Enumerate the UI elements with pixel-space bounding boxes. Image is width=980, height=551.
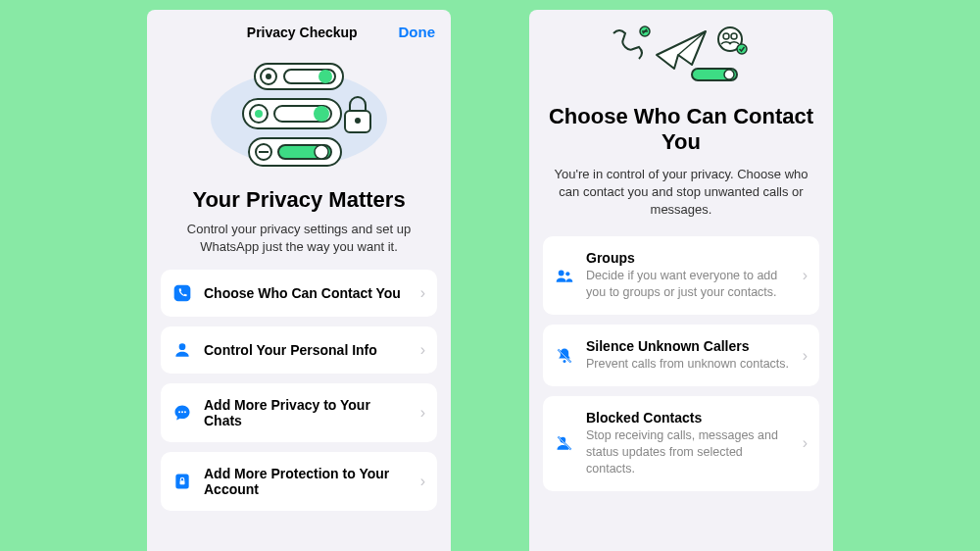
option-desc: Prevent calls from unknown contacts. [586,356,791,373]
svg-point-3 [266,74,271,79]
option-title: Control Your Personal Info [204,342,409,358]
nav-title: Privacy Checkup [247,25,358,40]
chevron-right-icon: › [803,434,808,452]
svg-rect-24 [180,481,185,485]
chevron-right-icon: › [420,284,425,302]
option-chat-privacy[interactable]: Add More Privacy to Your Chats › [161,383,437,442]
done-button[interactable]: Done [399,24,436,40]
option-desc: Decide if you want everyone to add you t… [586,268,791,301]
bell-off-icon [555,346,574,366]
options-list: Groups Decide if you want everyone to ad… [543,236,819,490]
option-blocked-contacts[interactable]: Blocked Contacts Stop receiving calls, m… [543,396,819,491]
lock-icon [172,472,192,491]
svg-point-35 [559,271,564,276]
hero-subtitle: You're in control of your privacy. Choos… [543,166,819,220]
option-title: Add More Protection to Your Account [204,466,409,497]
privacy-toggles-illustration [161,50,437,177]
svg-point-10 [314,106,329,122]
chevron-right-icon: › [803,347,808,365]
svg-point-15 [315,145,328,159]
hero-subtitle: Control your privacy settings and set up… [161,221,437,256]
chevron-right-icon: › [803,267,808,284]
svg-rect-18 [174,285,191,302]
navbar: Privacy Checkup Done [161,20,437,50]
svg-point-5 [318,70,332,83]
svg-point-36 [565,272,569,276]
options-list: Choose Who Can Contact You › Control You… [161,270,437,511]
svg-point-32 [737,44,747,54]
option-silence-unknown[interactable]: Silence Unknown Callers Prevent calls fr… [543,325,819,386]
option-title: Add More Privacy to Your Chats [204,397,409,428]
option-title: Silence Unknown Callers [586,338,791,354]
groups-icon [555,266,574,285]
contact-control-screen: Choose Who Can Contact You You're in con… [529,10,833,551]
svg-point-34 [724,70,734,79]
svg-point-21 [181,412,183,414]
hero: Your Privacy Matters Control your privac… [161,50,437,256]
option-personal-info[interactable]: Control Your Personal Info › [161,326,437,374]
option-desc: Stop receiving calls, messages and statu… [586,427,791,477]
svg-point-37 [564,359,566,362]
blocked-person-icon [555,433,574,453]
phone-icon [172,283,192,303]
option-title: Blocked Contacts [586,410,791,426]
privacy-checkup-screen: Privacy Checkup Done [147,10,451,551]
svg-point-22 [184,412,186,414]
svg-point-19 [179,344,186,351]
chevron-right-icon: › [420,404,425,422]
svg-point-20 [178,412,180,414]
chevron-right-icon: › [420,341,425,359]
person-icon [172,340,192,360]
option-groups[interactable]: Groups Decide if you want everyone to ad… [543,236,819,315]
chat-icon [172,403,192,423]
svg-point-8 [255,110,263,118]
option-account-protection[interactable]: Add More Protection to Your Account › [161,452,437,511]
option-contact[interactable]: Choose Who Can Contact You › [161,270,437,317]
hero-title: Your Privacy Matters [161,187,437,213]
option-title: Choose Who Can Contact You [204,285,409,301]
option-title: Groups [586,250,791,266]
hero-title: Choose Who Can Contact You [543,104,819,156]
chevron-right-icon: › [420,473,425,490]
contact-illustration [543,25,819,86]
svg-point-17 [355,118,361,124]
